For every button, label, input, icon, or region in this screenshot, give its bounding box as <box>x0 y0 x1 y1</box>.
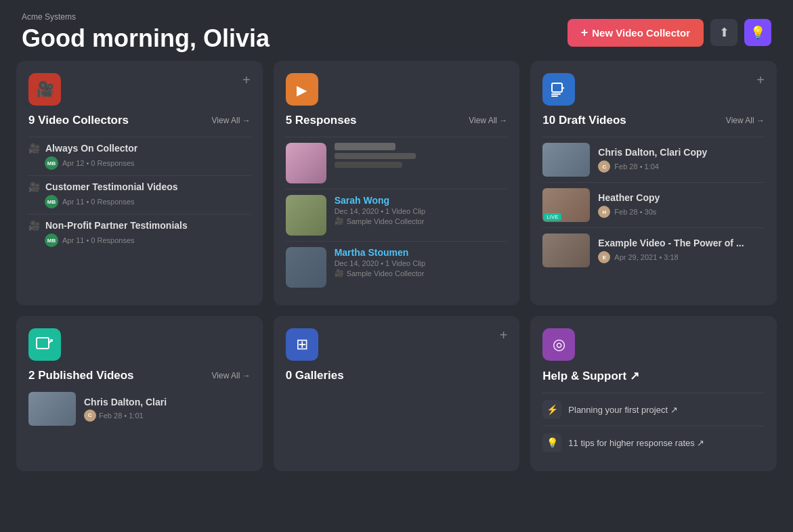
upload-icon: ⬆ <box>719 25 729 40</box>
response-thumbnail <box>286 143 326 183</box>
collectors-count: 9 Video Collectors <box>28 114 129 127</box>
avatar: C <box>84 409 96 422</box>
draft-info: Heather Copy H Feb 28 • 30s <box>598 192 765 218</box>
help-item-planning[interactable]: ⚡ Planning your first project ↗ <box>542 393 765 426</box>
draft-videos-card: + 10 Draft Videos View All → Chris Dalto… <box>530 61 777 305</box>
draft-thumbnail <box>542 143 590 177</box>
draft-meta: Feb 28 • 30s <box>614 208 656 216</box>
draft-meta: Feb 28 • 1:04 <box>614 162 659 171</box>
collector-name: Customer Testimonial Videos <box>45 181 178 192</box>
avatar: C <box>598 160 610 173</box>
list-item[interactable] <box>286 137 508 189</box>
response-info <box>335 143 508 168</box>
draft-view-all[interactable]: View All → <box>726 116 765 125</box>
plus-icon: + <box>581 26 588 40</box>
list-item[interactable]: Chris Dalton, Clari Copy C Feb 28 • 1:04 <box>542 137 765 182</box>
draft-name: Chris Dalton, Clari Copy <box>598 147 765 158</box>
response-date: Dec 14, 2020 • 1 Video Clip <box>335 207 508 215</box>
galleries-card: ⊞ + 0 Galleries <box>274 316 520 471</box>
responses-icon: ▶ <box>286 73 318 106</box>
response-info: Martha Stoumen Dec 14, 2020 • 1 Video Cl… <box>335 247 508 278</box>
list-item[interactable]: Chris Dalton, Clari C Feb 28 • 1:01 <box>28 392 251 426</box>
company-name: Acme Systems <box>22 12 270 22</box>
galleries-icon: ⊞ <box>286 328 318 361</box>
camera-icon: 🎥 <box>28 181 40 192</box>
list-item[interactable]: Sarah Wong Dec 14, 2020 • 1 Video Clip 🎥… <box>286 189 508 241</box>
draft-name: Example Video - The Power of ... <box>598 238 765 248</box>
list-item[interactable]: Martha Stoumen Dec 14, 2020 • 1 Video Cl… <box>286 241 508 293</box>
list-item[interactable]: LIVE Heather Copy H Feb 28 • 30s <box>542 182 765 227</box>
video-collectors-icon: 🎥 <box>28 73 61 106</box>
list-item: 🎥 Always On Collector MB Apr 12 • 0 Resp… <box>28 137 251 175</box>
collector-icon: 🎥 <box>335 217 344 225</box>
draft-count: 10 Draft Videos <box>542 114 626 127</box>
responses-count: 5 Responses <box>286 114 357 127</box>
new-collector-button[interactable]: + + New Video Collector New Video Collec… <box>567 19 704 47</box>
response-name: Sarah Wong <box>335 195 508 206</box>
avatar: H <box>598 206 610 218</box>
list-item: 🎥 Non-Profit Partner Testimonials MB Apr… <box>28 214 251 252</box>
toolbar: + + New Video Collector New Video Collec… <box>567 19 771 47</box>
blurred-name <box>335 143 395 150</box>
collector-meta: Apr 11 • 0 Responses <box>62 236 135 244</box>
list-item[interactable]: Example Video - The Power of ... E Apr 2… <box>542 227 765 273</box>
lightning-icon: ⚡ <box>542 400 561 419</box>
help-icon: ◎ <box>542 328 575 361</box>
published-info: Chris Dalton, Clari C Feb 28 • 1:01 <box>84 397 167 422</box>
collector-name: Always On Collector <box>45 143 137 154</box>
help-item-text: 11 tips for higher response rates ↗ <box>568 438 704 448</box>
bulb-button[interactable]: 💡 <box>744 19 771 46</box>
draft-meta: Apr 29, 2021 • 3:18 <box>614 253 678 261</box>
camera-icon: 🎥 <box>28 143 40 154</box>
avatar: MB <box>45 195 58 208</box>
response-date: Dec 14, 2020 • 1 Video Clip <box>335 259 508 267</box>
greeting: Good morning, Olivia <box>22 24 270 53</box>
blurred-collector <box>335 162 402 168</box>
svg-rect-0 <box>552 83 562 92</box>
published-thumbnail <box>28 392 76 426</box>
bulb-icon: 💡 <box>750 25 765 40</box>
published-name: Chris Dalton, Clari <box>84 397 167 407</box>
responses-card: ▶ 5 Responses View All → Sarah Wong Dec … <box>274 61 520 305</box>
help-title: Help & Support ↗ <box>542 369 639 383</box>
list-item: 🎥 Customer Testimonial Videos MB Apr 11 … <box>28 175 251 214</box>
published-view-all[interactable]: View All → <box>212 371 251 380</box>
collectors-view-all[interactable]: View All → <box>212 116 251 125</box>
response-thumbnail <box>286 247 326 288</box>
response-thumbnail <box>286 195 326 236</box>
help-support-card: ◎ Help & Support ↗ ⚡ Planning your first… <box>530 316 777 471</box>
add-draft-button[interactable]: + <box>756 73 765 87</box>
help-item-text: Planning your first project ↗ <box>568 405 677 415</box>
galleries-count: 0 Galleries <box>286 369 344 382</box>
draft-videos-icon <box>542 73 575 106</box>
published-videos-card: 2 Published Videos View All → Chris Dalt… <box>16 316 263 471</box>
avatar: MB <box>45 156 58 170</box>
video-collectors-card: 🎥 + 9 Video Collectors View All → 🎥 Alwa… <box>16 61 263 305</box>
help-item-tips[interactable]: 💡 11 tips for higher response rates ↗ <box>542 426 765 459</box>
collector-name: Non-Profit Partner Testimonials <box>45 220 188 231</box>
bulb-icon: 💡 <box>542 433 561 452</box>
collector-meta: Apr 11 • 0 Responses <box>62 198 135 206</box>
svg-rect-1 <box>37 338 49 349</box>
add-gallery-button[interactable]: + <box>500 328 508 342</box>
draft-info: Example Video - The Power of ... E Apr 2… <box>598 238 765 263</box>
blurred-date <box>335 153 416 159</box>
upload-button[interactable]: ⬆ <box>710 19 737 46</box>
live-badge: LIVE <box>544 213 561 221</box>
avatar: E <box>598 251 610 263</box>
collector-icon: 🎥 <box>335 269 344 278</box>
responses-view-all[interactable]: View All → <box>469 116 507 125</box>
draft-thumbnail: LIVE <box>542 188 590 222</box>
draft-thumbnail <box>542 234 590 267</box>
response-info: Sarah Wong Dec 14, 2020 • 1 Video Clip 🎥… <box>335 195 508 225</box>
response-collector: 🎥 Sample Video Collector <box>335 217 508 225</box>
draft-name: Heather Copy <box>598 192 765 203</box>
published-icon <box>28 328 61 361</box>
avatar: MB <box>45 234 58 247</box>
published-count: 2 Published Videos <box>28 369 134 382</box>
add-collector-button[interactable]: + <box>242 73 251 87</box>
response-name: Martha Stoumen <box>335 247 508 258</box>
draft-info: Chris Dalton, Clari Copy C Feb 28 • 1:04 <box>598 147 765 173</box>
camera-icon: 🎥 <box>28 220 40 231</box>
response-collector: 🎥 Sample Video Collector <box>335 269 508 278</box>
